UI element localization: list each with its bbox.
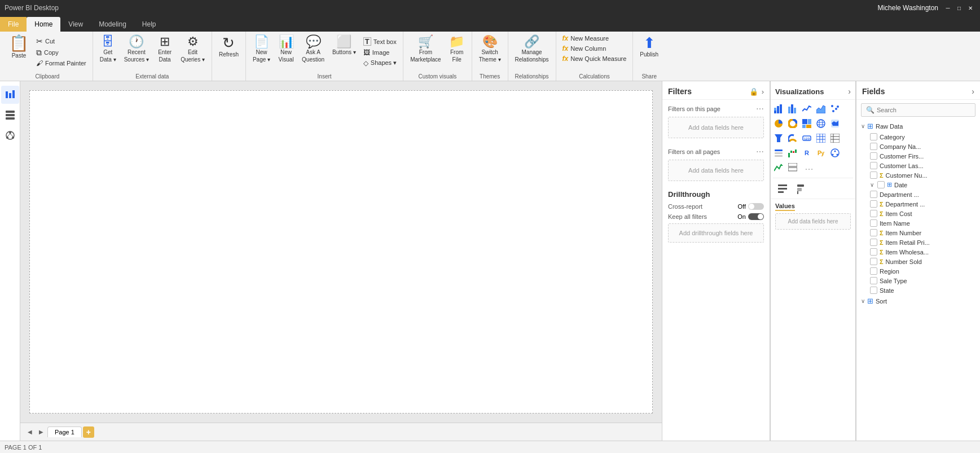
fields-search-box[interactable]: 🔍 [861,103,975,117]
viz-stacked-column[interactable] [786,102,799,116]
cross-report-track[interactable] [748,203,764,210]
field-checkbox-date[interactable] [877,181,885,188]
viz-gauge[interactable] [786,131,799,145]
cut-button[interactable]: ✂ Cut [33,36,89,46]
field-checkbox-item-name[interactable] [870,219,877,227]
keep-all-filters-toggle[interactable]: On [737,213,764,220]
viz-funnel[interactable] [772,131,785,145]
field-row-item-cost[interactable]: Σ Item Cost [859,209,978,218]
viz-card[interactable]: 123 [800,131,814,145]
paste-button[interactable]: 📋 Paste [6,34,32,60]
field-row-region[interactable]: Region [859,266,978,276]
buttons-button[interactable]: ⬜ Buttons ▾ [329,34,359,57]
field-checkbox-region[interactable] [870,267,877,275]
field-row-customer-num[interactable]: Σ Customer Nu... [859,170,978,180]
field-row-item-name[interactable]: Item Name [859,218,978,228]
close-button[interactable]: ✕ [965,3,975,13]
field-checkbox-customer-num[interactable] [870,171,877,179]
viz-expand-icon[interactable]: › [848,87,851,96]
viz-donut[interactable] [786,117,799,130]
field-row-number-sold[interactable]: Σ Number Sold [859,257,978,266]
left-icon-report[interactable] [1,86,19,104]
maximize-button[interactable]: □ [954,3,964,13]
image-button[interactable]: 🖼 Image [361,48,399,57]
field-checkbox-company-name[interactable] [870,143,877,150]
viz-kpi[interactable] [772,161,785,174]
publish-button[interactable]: ⬆ Publish [636,34,662,59]
new-quick-measure-button[interactable]: fx New Quick Measure [560,54,630,63]
field-row-customer-last[interactable]: Customer Las... [859,161,978,170]
tab-modeling[interactable]: Modeling [91,17,134,32]
viz-line-chart[interactable] [800,102,814,116]
format-painter-button[interactable]: 🖌 Format Painter [33,59,89,68]
viz-python-visual[interactable]: Py [814,146,828,160]
fields-search-input[interactable] [877,107,970,113]
field-row-department1[interactable]: Department ... [859,190,978,199]
viz-bar-chart[interactable] [772,102,785,116]
viz-filled-map[interactable] [828,117,842,130]
ask-question-button[interactable]: 💬 Ask A Question [298,34,328,64]
page-tab-1[interactable]: Page 1 [47,426,82,437]
field-table-raw-data[interactable]: ∨ ⊞ Raw Data [859,120,978,132]
viz-slicer[interactable] [772,146,785,160]
filter-all-pages-more-icon[interactable]: ⋯ [756,147,764,156]
field-row-department2[interactable]: Σ Department ... [859,199,978,209]
viz-waterfall[interactable] [786,146,799,160]
viz-format-tab[interactable] [775,182,790,196]
minimize-button[interactable]: ─ [943,3,953,13]
field-row-item-wholesale[interactable]: Σ Item Wholesa... [859,247,978,257]
filter-all-pages-dropzone[interactable]: Add data fields here [668,160,764,181]
field-row-customer-first[interactable]: Customer Firs... [859,151,978,161]
field-checkbox-number-sold[interactable] [870,258,877,265]
field-checkbox-customer-last[interactable] [870,162,877,169]
switch-theme-button[interactable]: 🎨 Switch Theme ▾ [476,34,504,64]
field-checkbox-item-number[interactable] [870,229,877,236]
field-table-sort[interactable]: ∨ ⊞ Sort [859,295,978,307]
new-page-button[interactable]: 📄 New Page ▾ [249,34,274,64]
edit-queries-button[interactable]: ⚙ Edit Queries ▾ [177,34,208,64]
tab-help[interactable]: Help [134,17,164,32]
manage-relationships-button[interactable]: 🔗 Manage Relationships [512,34,552,64]
viz-treemap[interactable] [800,117,814,130]
field-checkbox-item-retail-pri[interactable] [870,239,877,246]
canvas-page[interactable] [29,90,653,414]
viz-r-visual[interactable]: R [800,146,814,160]
from-file-button[interactable]: 📁 From File [446,34,468,64]
left-icon-data[interactable] [1,106,19,124]
field-checkbox-item-wholesale[interactable] [870,248,877,256]
viz-area-chart[interactable] [814,102,828,116]
page-prev-button[interactable]: ◀ [25,427,35,437]
field-row-company-name[interactable]: Company Na... [859,142,978,151]
page-next-button[interactable]: ▶ [36,427,46,437]
from-marketplace-button[interactable]: 🛒 From Marketplace [407,34,444,64]
field-row-item-retail-pri[interactable]: Σ Item Retail Pri... [859,238,978,247]
get-data-button[interactable]: 🗄 Get Data ▾ [96,34,120,64]
field-row-date[interactable]: ∨ ⊞ Date [859,180,978,190]
field-checkbox-department1[interactable] [870,191,877,198]
add-page-button[interactable]: + [83,426,94,438]
keep-all-filters-track[interactable] [748,213,764,220]
new-column-button[interactable]: fx New Column [560,44,609,53]
viz-multi-row-card[interactable] [786,161,799,174]
field-row-item-number[interactable]: Σ Item Number [859,228,978,238]
viz-matrix[interactable] [828,131,842,145]
viz-analytics-tab[interactable] [794,182,809,196]
field-row-category[interactable]: Category [859,132,978,142]
field-checkbox-item-cost[interactable] [870,210,877,217]
viz-table[interactable] [814,131,828,145]
enter-data-button[interactable]: ⊞ Enter Data [153,34,176,64]
filter-on-page-more-icon[interactable]: ⋯ [756,104,764,113]
recent-sources-button[interactable]: 🕐 Recent Sources ▾ [121,34,152,64]
field-row-sale-type[interactable]: Sale Type [859,276,978,285]
viz-scatter[interactable] [828,102,842,116]
field-row-state[interactable]: State [859,285,978,295]
left-icon-model[interactable] [1,126,19,144]
new-measure-button[interactable]: fx New Measure [560,34,612,43]
refresh-button[interactable]: ↻ Refresh [216,34,242,59]
viz-custom[interactable] [828,146,842,160]
values-dropzone[interactable]: Add data fields here [775,213,851,230]
drillthrough-dropzone[interactable]: Add drillthrough fields here [668,223,764,243]
shapes-button[interactable]: ◇ Shapes ▾ [361,58,399,68]
text-box-button[interactable]: T Text box [361,36,399,47]
field-checkbox-state[interactable] [870,287,877,294]
